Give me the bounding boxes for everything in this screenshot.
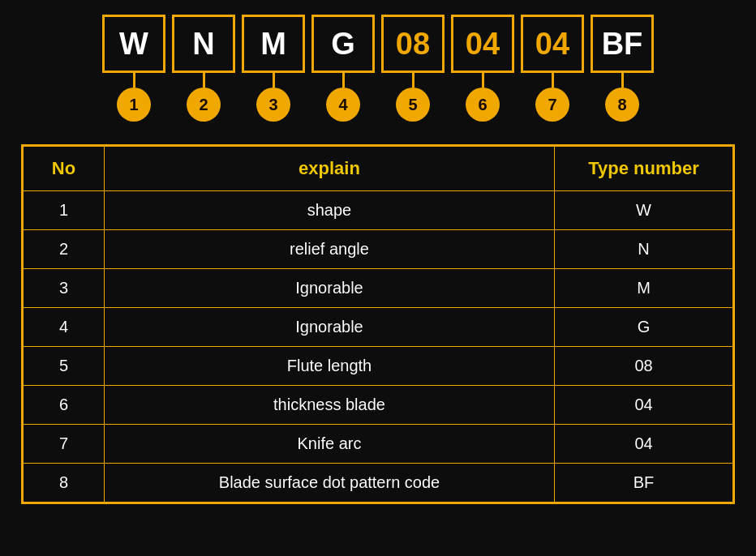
circle-num-3: 3	[256, 88, 290, 122]
box-label-4: G	[331, 27, 355, 62]
box-6: 04	[451, 15, 514, 73]
table-body: 1shapeW2relief angleN3IgnorableM4Ignorab…	[24, 191, 733, 503]
box-item-1: W1	[102, 15, 165, 122]
table-row: 8Blade surface dot pattern codeBF	[24, 464, 733, 503]
circle-num-1: 1	[117, 88, 151, 122]
cell-no-6: 6	[24, 386, 105, 425]
cell-explain-5: Flute length	[105, 347, 555, 386]
table-header-row: No explain Type number	[24, 147, 733, 191]
cell-no-3: 3	[24, 269, 105, 308]
cell-type-3: M	[555, 269, 733, 308]
table-row: 3IgnorableM	[24, 269, 733, 308]
box-label-2: N	[192, 27, 214, 62]
cell-type-2: N	[555, 230, 733, 269]
box-label-3: M	[260, 27, 286, 62]
connector-line-8	[621, 73, 624, 88]
header-type-number: Type number	[555, 147, 733, 191]
connector-line-3	[273, 73, 275, 88]
data-table-container: No explain Type number 1shapeW2relief an…	[21, 144, 735, 504]
cell-no-2: 2	[24, 230, 105, 269]
box-item-5: 085	[381, 15, 445, 122]
box-label-8: BF	[602, 27, 643, 62]
cell-explain-6: thickness blade	[105, 386, 555, 425]
connector-line-7	[552, 73, 554, 88]
cell-type-1: W	[555, 191, 733, 230]
box-item-4: G4	[311, 15, 375, 122]
cell-type-5: 08	[555, 347, 733, 386]
box-8: BF	[591, 15, 654, 73]
cell-no-7: 7	[24, 425, 105, 464]
box-2: N	[172, 15, 235, 73]
connector-line-5	[412, 73, 415, 88]
cell-no-5: 5	[24, 347, 105, 386]
circle-num-5: 5	[396, 88, 430, 122]
table-row: 6thickness blade04	[24, 386, 733, 425]
box-4: G	[311, 15, 375, 73]
table-row: 7Knife arc04	[24, 425, 733, 464]
header-no: No	[24, 147, 105, 191]
top-diagram: W1N2M3G4085046047BF8	[0, 0, 756, 130]
box-item-2: N2	[172, 15, 235, 122]
data-table: No explain Type number 1shapeW2relief an…	[23, 146, 733, 503]
cell-explain-4: Ignorable	[105, 308, 555, 347]
connector-line-2	[203, 73, 205, 88]
cell-explain-8: Blade surface dot pattern code	[105, 464, 555, 503]
cell-explain-2: relief angle	[105, 230, 555, 269]
connector-line-6	[482, 73, 484, 88]
cell-type-7: 04	[555, 425, 733, 464]
box-label-1: W	[119, 27, 148, 62]
cell-explain-1: shape	[105, 191, 555, 230]
boxes-row: W1N2M3G4085046047BF8	[102, 15, 654, 122]
cell-explain-7: Knife arc	[105, 425, 555, 464]
box-1: W	[102, 15, 165, 73]
table-row: 5Flute length08	[24, 347, 733, 386]
circle-num-8: 8	[605, 88, 639, 122]
header-explain: explain	[105, 147, 555, 191]
circle-num-7: 7	[535, 88, 569, 122]
box-label-5: 08	[396, 27, 430, 62]
box-5: 08	[381, 15, 445, 73]
connector-line-1	[133, 73, 135, 88]
circle-num-4: 4	[326, 88, 360, 122]
box-item-3: M3	[242, 15, 305, 122]
table-row: 4IgnorableG	[24, 308, 733, 347]
table-row: 2relief angleN	[24, 230, 733, 269]
cell-type-6: 04	[555, 386, 733, 425]
box-label-7: 04	[535, 27, 569, 62]
box-item-6: 046	[451, 15, 514, 122]
cell-type-8: BF	[555, 464, 733, 503]
circle-num-6: 6	[466, 88, 500, 122]
box-7: 04	[521, 15, 584, 73]
box-label-6: 04	[466, 27, 500, 62]
cell-type-4: G	[555, 308, 733, 347]
box-item-7: 047	[521, 15, 584, 122]
cell-no-8: 8	[24, 464, 105, 503]
table-row: 1shapeW	[24, 191, 733, 230]
circle-num-2: 2	[187, 88, 221, 122]
cell-no-1: 1	[24, 191, 105, 230]
box-3: M	[242, 15, 305, 73]
cell-no-4: 4	[24, 308, 105, 347]
box-item-8: BF8	[591, 15, 654, 122]
cell-explain-3: Ignorable	[105, 269, 555, 308]
connector-line-4	[342, 73, 345, 88]
